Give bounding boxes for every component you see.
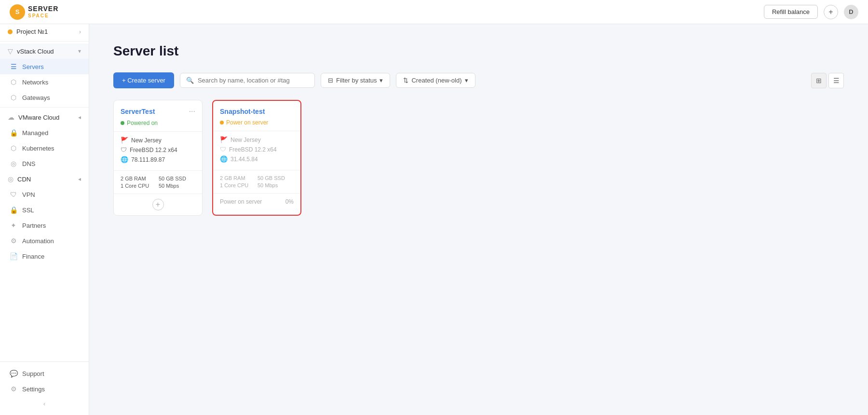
card-specs-1: 2 GB RAM 50 GB SSD 1 Core CPU 50 Mbps (114, 170, 202, 194)
search-input[interactable] (198, 77, 309, 84)
logo-icon: S (10, 4, 25, 20)
sidebar-item-ssl[interactable]: 🔒 SSL (0, 202, 89, 218)
vstack-label: vStack Cloud (17, 48, 54, 55)
logo-text: SERVER SPACE (28, 5, 58, 18)
sidebar-item-cdn[interactable]: ◎ CDN ◂ (0, 171, 89, 187)
sort-label: Created (new-old) (411, 77, 461, 84)
location-2: New Jersey (231, 137, 261, 143)
sidebar-item-support[interactable]: 💬 Support (0, 366, 89, 381)
sidebar-item-networks[interactable]: ⬡ Networks (0, 74, 89, 90)
search-icon: 🔍 (186, 77, 194, 84)
cpu-2: 1 Core CPU (220, 182, 256, 188)
project-dot (8, 29, 13, 34)
ip-icon-1: 🌐 (121, 156, 128, 163)
server-card-snapshot[interactable]: Snapshot-test Power on server 🚩 New Jers… (212, 100, 301, 216)
card-header-2: Snapshot-test (213, 101, 300, 119)
kubernetes-label: Kubernetes (22, 145, 54, 152)
sort-chevron-icon: ▾ (465, 77, 468, 84)
location-row-1: 🚩 New Jersey (121, 137, 195, 144)
settings-icon: ⚙ (10, 385, 17, 393)
sidebar-item-servers[interactable]: ☰ Servers (0, 59, 89, 74)
managed-icon: 🔒 (10, 129, 17, 137)
refill-balance-button[interactable]: Refill balance (764, 5, 818, 19)
settings-label: Settings (22, 386, 45, 393)
progress-value-2: 0% (285, 198, 294, 205)
ip-row-1: 🌐 78.111.89.87 (121, 156, 195, 163)
progress-label-2: Power on server (220, 198, 262, 205)
support-label: Support (22, 370, 44, 377)
ip-2: 31.44.5.84 (231, 156, 258, 163)
sidebar-item-vstack[interactable]: ▽ vStack Cloud ▾ (0, 43, 89, 59)
os-2: FreeBSD 12.2 x64 (229, 146, 277, 153)
disk-2: 50 GB SSD (258, 175, 294, 181)
dns-label: DNS (22, 160, 35, 167)
top-header: S SERVER SPACE Refill balance + D (0, 0, 868, 24)
sidebar-item-automation[interactable]: ⚙ Automation (0, 233, 89, 249)
cpu-1: 1 Core CPU (121, 183, 157, 189)
sidebar-item-dns[interactable]: ◎ DNS (0, 156, 89, 171)
sidebar-item-kubernetes[interactable]: ⬡ Kubernetes (0, 140, 89, 156)
sidebar-item-finance[interactable]: 📄 Finance (0, 249, 89, 264)
finance-label: Finance (22, 253, 44, 260)
page-title: Server list (113, 43, 844, 59)
project-chevron-icon: › (79, 28, 81, 35)
filter-icon: ⊟ (328, 77, 333, 84)
sidebar-item-vpn[interactable]: 🛡 VPN (0, 187, 89, 202)
main-content: Server list + Create server 🔍 ⊟ Filter b… (89, 24, 868, 415)
create-server-button[interactable]: + Create server (113, 72, 174, 88)
server-name-2: Snapshot-test (220, 108, 265, 115)
filter-label: Filter by status (336, 77, 377, 84)
sidebar-item-project[interactable]: Project №1 › (0, 24, 89, 39)
sidebar-item-partners[interactable]: ✦ Partners (0, 218, 89, 233)
server-status-1: Powered on (114, 120, 202, 131)
cdn-icon: ◎ (8, 175, 14, 183)
add-card-button-1[interactable]: + (152, 199, 164, 210)
servers-label: Servers (22, 63, 44, 70)
list-icon: ☰ (833, 77, 840, 84)
ram-2: 2 GB RAM (220, 175, 256, 181)
add-button[interactable]: + (824, 5, 838, 19)
os-row-1: 🛡 FreeBSD 12.2 x64 (121, 146, 195, 153)
location-row-2: 🚩 New Jersey (220, 136, 294, 143)
sort-button[interactable]: ⇅ Created (new-old) ▾ (396, 73, 475, 88)
sidebar-item-managed[interactable]: 🔒 Managed (0, 125, 89, 140)
ssl-icon: 🔒 (10, 206, 17, 214)
grid-view-button[interactable]: ⊞ (811, 73, 827, 88)
ip-row-2: 🌐 31.44.5.84 (220, 155, 294, 163)
user-avatar[interactable]: D (844, 5, 858, 19)
server-name-1: ServerTest (121, 108, 155, 115)
location-1: New Jersey (131, 137, 162, 144)
filter-status-button[interactable]: ⊟ Filter by status ▾ (321, 73, 391, 88)
sidebar: Project №1 › ▽ vStack Cloud ▾ ☰ Servers … (0, 24, 89, 415)
kubernetes-icon: ⬡ (10, 144, 17, 152)
ip-icon-2: 🌐 (220, 155, 228, 163)
sidebar-item-vmware[interactable]: ☁ VMware Cloud ◂ (0, 110, 89, 125)
sidebar-item-settings[interactable]: ⚙ Settings (0, 381, 89, 397)
sort-icon: ⇅ (403, 77, 408, 84)
sidebar-item-gateways[interactable]: ⬡ Gateways (0, 90, 89, 105)
project-label: Project №1 (16, 28, 48, 35)
card-specs-2: 2 GB RAM 50 GB SSD 1 Core CPU 50 Mbps (213, 170, 300, 193)
server-status-2: Power on server (213, 119, 300, 131)
os-1: FreeBSD 12.2 x64 (130, 147, 177, 153)
location-icon-2: 🚩 (220, 136, 228, 143)
os-icon-1: 🛡 (121, 146, 127, 153)
status-dot-green-1 (121, 121, 124, 125)
ssl-label: SSL (22, 207, 34, 214)
list-view-button[interactable]: ☰ (828, 73, 844, 88)
header-right: Refill balance + D (764, 5, 858, 19)
partners-label: Partners (22, 222, 46, 229)
networks-icon: ⬡ (10, 78, 17, 86)
view-toggle: ⊞ ☰ (811, 73, 844, 88)
vstack-dropdown-icon: ▾ (78, 48, 81, 55)
os-icon-2: 🛡 (220, 146, 226, 153)
card-menu-1[interactable]: ··· (189, 107, 195, 116)
sidebar-collapse-button[interactable]: ‹ (0, 397, 89, 411)
card-header-1: ServerTest ··· (114, 100, 202, 120)
sidebar-divider-1 (0, 41, 89, 42)
status-dot-yellow-2 (220, 121, 224, 124)
vpn-label: VPN (22, 191, 35, 198)
server-card-servertest[interactable]: ServerTest ··· Powered on 🚩 New Jersey 🛡 (113, 100, 203, 216)
managed-label: Managed (22, 129, 48, 137)
os-row-2: 🛡 FreeBSD 12.2 x64 (220, 146, 294, 153)
